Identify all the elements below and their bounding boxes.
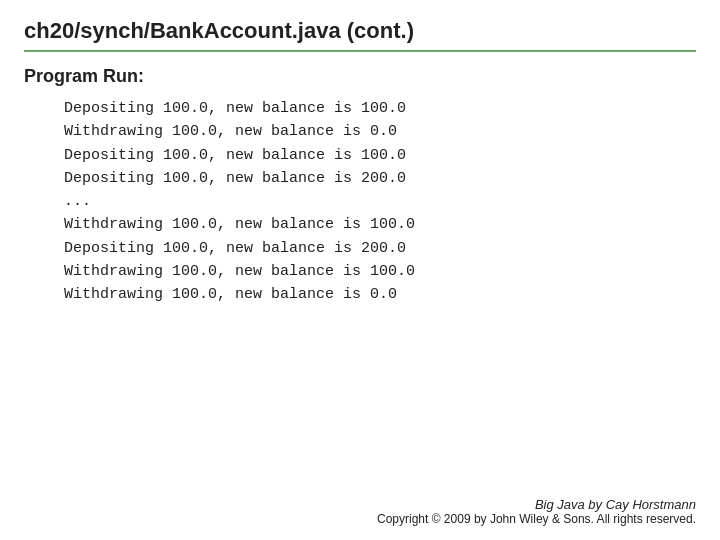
title-bar: ch20/synch/BankAccount.java (cont.): [24, 18, 696, 52]
page-title: ch20/synch/BankAccount.java (cont.): [24, 18, 414, 43]
footer-copyright: Copyright © 2009 by John Wiley & Sons. A…: [377, 512, 696, 526]
code-line-8: Withdrawing 100.0, new balance is 100.0: [64, 260, 696, 283]
page-container: ch20/synch/BankAccount.java (cont.) Prog…: [0, 0, 720, 540]
code-line-9: Withdrawing 100.0, new balance is 0.0: [64, 283, 696, 306]
code-line-7: Depositing 100.0, new balance is 200.0: [64, 237, 696, 260]
code-line-2: Withdrawing 100.0, new balance is 0.0: [64, 120, 696, 143]
footer: Big Java by Cay Horstmann Copyright © 20…: [377, 497, 696, 526]
code-line-1: Depositing 100.0, new balance is 100.0: [64, 97, 696, 120]
code-line-4: Depositing 100.0, new balance is 200.0: [64, 167, 696, 190]
code-line-5: ...: [64, 190, 696, 213]
footer-title: Big Java by Cay Horstmann: [377, 497, 696, 512]
section-label: Program Run:: [24, 66, 696, 87]
code-line-6: Withdrawing 100.0, new balance is 100.0: [64, 213, 696, 236]
code-block: Depositing 100.0, new balance is 100.0 W…: [24, 97, 696, 306]
code-line-3: Depositing 100.0, new balance is 100.0: [64, 144, 696, 167]
